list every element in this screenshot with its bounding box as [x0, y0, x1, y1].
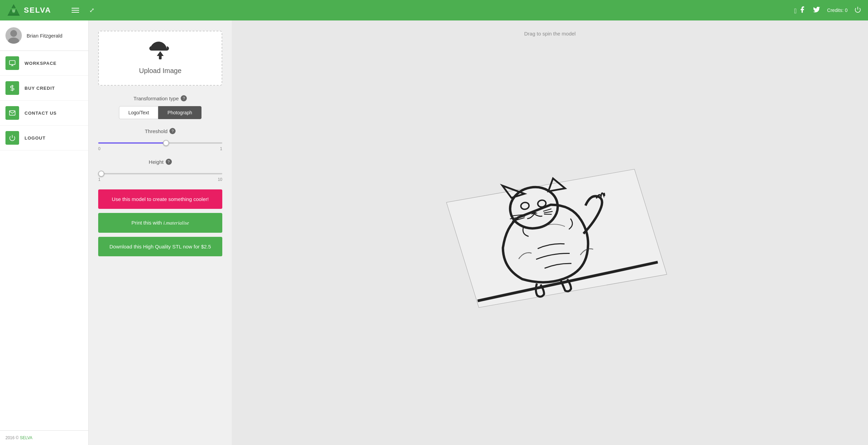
svg-rect-7: [10, 61, 15, 65]
height-section: Height ? 1 10: [98, 159, 222, 182]
create-something-cooler-button[interactable]: Use this model to create something coole…: [98, 189, 222, 209]
facebook-icon[interactable]: : [794, 6, 806, 15]
model-preview-panel[interactable]: Drag to spin the model: [232, 20, 868, 445]
upload-area[interactable]: Upload Image: [98, 31, 222, 86]
expand-icon[interactable]: ⤢: [89, 6, 94, 14]
left-panel: Upload Image Transformation type ? Logo/…: [89, 20, 232, 445]
threshold-range-labels: 0 1: [98, 146, 222, 151]
workspace-icon: [5, 56, 19, 70]
buy-credit-label: BUY CREDIT: [25, 86, 55, 91]
threshold-help-icon[interactable]: ?: [169, 128, 176, 134]
app-header: SELVA ⤢  Credits: 0: [0, 0, 868, 20]
logo-icon: [7, 3, 20, 17]
main-layout: Brian Fitzgerald WORKSPACE BUY CREDIT CO…: [0, 20, 868, 445]
imaterialise-brand: i.materialise: [163, 220, 189, 226]
sidebar-item-buy-credit[interactable]: BUY CREDIT: [0, 76, 88, 101]
avatar: [5, 27, 22, 44]
logo: SELVA: [7, 3, 51, 17]
threshold-label: Threshold ?: [98, 128, 222, 134]
envelope-icon: [5, 106, 19, 120]
photograph-button[interactable]: Photograph: [158, 106, 201, 119]
sidebar-item-workspace[interactable]: WORKSPACE: [0, 51, 88, 76]
svg-marker-14: [446, 167, 667, 310]
svg-point-5: [10, 30, 17, 37]
footer-brand: SELVA: [20, 435, 32, 440]
workspace-label: WORKSPACE: [25, 61, 57, 66]
svg-rect-3: [12, 10, 15, 12]
sidebar-item-contact-us[interactable]: CONTACT US: [0, 101, 88, 126]
hamburger-menu-icon[interactable]: [72, 8, 79, 13]
logout-label: LOGOUT: [25, 135, 46, 141]
height-label: Height ?: [98, 159, 222, 165]
sidebar-nav: WORKSPACE BUY CREDIT CONTACT US LOGOUT: [0, 51, 88, 430]
transform-buttons: Logo/Text Photograph: [98, 106, 222, 119]
dollar-icon: [5, 81, 19, 95]
print-prefix: Print this with: [132, 220, 163, 226]
content-area: Upload Image Transformation type ? Logo/…: [89, 20, 868, 445]
svg-point-6: [8, 38, 19, 44]
transform-help-icon[interactable]: ?: [181, 95, 187, 101]
height-slider[interactable]: [98, 173, 222, 174]
svg-rect-13: [159, 55, 162, 59]
threshold-slider[interactable]: [98, 142, 222, 144]
drag-hint: Drag to spin the model: [524, 31, 576, 37]
sidebar-item-logout[interactable]: LOGOUT: [0, 126, 88, 150]
header-right:  Credits: 0: [794, 6, 861, 15]
transformation-label: Transformation type ?: [98, 95, 222, 101]
user-section: Brian Fitzgerald: [0, 20, 88, 51]
model-svg: [431, 130, 669, 335]
model-canvas[interactable]: [232, 20, 868, 445]
user-name: Brian Fitzgerald: [27, 33, 62, 39]
contact-us-label: CONTACT US: [25, 111, 57, 116]
credits-display: Credits: 0: [827, 8, 848, 13]
sidebar: Brian Fitzgerald WORKSPACE BUY CREDIT CO…: [0, 20, 89, 445]
print-with-imaterialise-button[interactable]: Print this with i.materialise: [98, 213, 222, 233]
power-icon[interactable]: [854, 6, 861, 15]
logout-power-icon: [5, 131, 19, 145]
twitter-icon[interactable]: [813, 6, 820, 15]
logo-text: SELVA: [24, 6, 51, 15]
height-range-labels: 1 10: [98, 177, 222, 182]
sidebar-footer: 2016 © SELVA: [0, 430, 88, 445]
upload-cloud-icon: [149, 42, 171, 63]
download-stl-button[interactable]: Download this High Quality STL now for $…: [98, 237, 222, 256]
height-help-icon[interactable]: ?: [166, 159, 172, 165]
transformation-section: Transformation type ? Logo/Text Photogra…: [98, 95, 222, 119]
threshold-section: Threshold ? 0 1: [98, 128, 222, 151]
logo-text-button[interactable]: Logo/Text: [119, 106, 158, 119]
upload-label: Upload Image: [139, 67, 182, 75]
